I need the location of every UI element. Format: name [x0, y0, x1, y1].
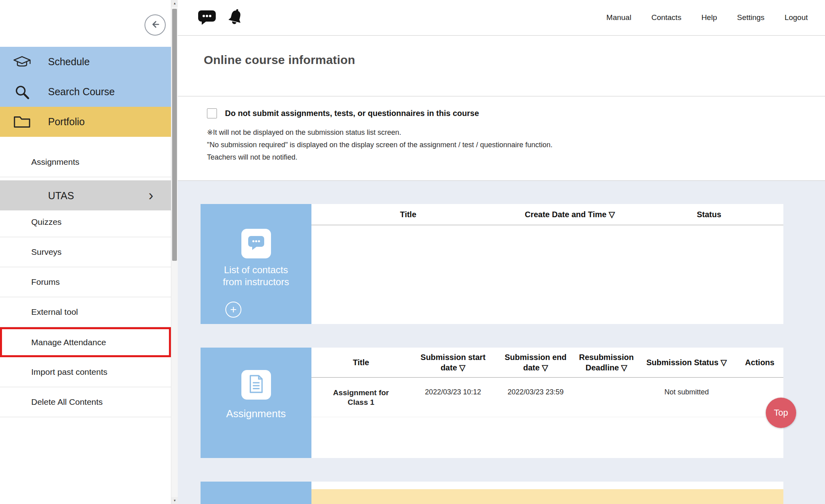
contacts-table-header-row: Title Create Date and Time ▽ Status [311, 204, 783, 225]
assignment-row: Assignment for Class 1 2022/03/23 10:12 … [311, 378, 783, 417]
assignment-title[interactable]: Assignment for Class 1 [311, 378, 411, 417]
sidebar-item-label: UTAS [48, 190, 74, 202]
topbar-icons [198, 8, 243, 27]
column-title: Title [311, 204, 505, 225]
scroll-to-top-button[interactable]: Top [766, 398, 796, 428]
sidebar-item-label: Search Course [48, 86, 115, 98]
assignment-start-date: 2022/03/23 10:12 [411, 378, 496, 417]
sidebar-item-schedule[interactable]: Schedule [0, 47, 171, 77]
folder-icon [12, 115, 32, 129]
sidebar-scrollbar[interactable]: ▲ ▼ [171, 0, 178, 504]
contacts-tile [241, 229, 271, 258]
sidebar-item-manage-attendance[interactable]: Manage Attendance [0, 327, 171, 357]
assignments-panel-label: Assignments [226, 408, 286, 420]
contacts-panel-label: List of contacts from instructors [214, 264, 298, 288]
back-arrow-icon [150, 19, 161, 31]
column-submission-status-sort[interactable]: Submission Status ▽ [637, 348, 736, 378]
main-topbar: Manual Contacts Help Settings Logout [178, 0, 825, 36]
contacts-card-panel: List of contacts from instructors + [201, 204, 311, 324]
sidebar-item-label: Portfolio [48, 116, 85, 128]
nav-help[interactable]: Help [701, 13, 717, 22]
notes: ※It will not be displayed on the submiss… [207, 126, 825, 164]
column-submission-start-sort[interactable]: Submission start date ▽ [411, 348, 496, 378]
top-navigation: Manual Contacts Help Settings Logout [606, 13, 808, 22]
sidebar: Schedule Search Course [0, 0, 178, 504]
scroll-down-icon[interactable]: ▼ [171, 497, 178, 504]
main-area: Manual Contacts Help Settings Logout Onl… [178, 0, 825, 504]
highlighted-row [311, 489, 783, 504]
assignment-end-date: 2022/03/23 23:59 [496, 378, 576, 417]
assignments-table-body: Assignment for Class 1 2022/03/23 10:12 … [311, 378, 783, 417]
checkbox-row: Do not submit assignments, tests, or que… [207, 108, 825, 118]
title-block: Online course information [178, 36, 825, 96]
note-line-3: Teachers will not be notified. [207, 151, 825, 164]
plus-icon: + [230, 303, 237, 316]
add-contact-button[interactable]: + [225, 302, 241, 318]
column-resubmission-deadline-sort[interactable]: Resubmission Deadline ▽ [576, 348, 637, 378]
next-card-partial [201, 482, 783, 504]
sidebar-content: Schedule Search Course [0, 0, 171, 504]
graduation-cap-icon [12, 55, 32, 69]
nav-logout[interactable]: Logout [785, 13, 808, 22]
sidebar-item-delete-all-contents[interactable]: Delete All Contents [0, 387, 171, 417]
assignments-table-header-row: Title Submission start date ▽ Submission… [311, 348, 783, 378]
nav-contacts[interactable]: Contacts [651, 13, 681, 22]
sidebar-item-search-course[interactable]: Search Course [0, 77, 171, 107]
sidebar-item-surveys[interactable]: Surveys [0, 237, 171, 267]
document-icon [249, 375, 264, 395]
sidebar-collapse-button[interactable] [145, 14, 166, 36]
assignment-resubmission [576, 378, 637, 417]
note-line-2: "No submission required" is displayed on… [207, 139, 825, 151]
contacts-card: List of contacts from instructors + Titl… [201, 204, 783, 324]
next-card-panel [201, 482, 311, 504]
sidebar-item-utas[interactable]: UTAS › [0, 180, 171, 210]
sidebar-gap [0, 137, 171, 147]
sidebar-header [0, 0, 171, 47]
page-title: Online course information [204, 53, 825, 67]
nav-settings[interactable]: Settings [737, 13, 765, 22]
sidebar-item-label: Schedule [48, 56, 90, 68]
assignments-table: Title Submission start date ▽ Submission… [311, 348, 783, 458]
scrollbar-thumb[interactable] [172, 9, 177, 261]
assignments-card: Assignments Title Submission start date … [201, 348, 783, 458]
column-status: Status [635, 204, 783, 225]
sidebar-item-import-past-contents[interactable]: Import past contents [0, 357, 171, 387]
no-submission-checkbox[interactable] [207, 108, 217, 118]
nav-manual[interactable]: Manual [606, 13, 631, 22]
column-submission-end-sort[interactable]: Submission end date ▽ [496, 348, 576, 378]
next-card-header-strip [311, 482, 783, 489]
sidebar-item-assignments[interactable]: Assignments [0, 147, 171, 177]
note-line-1: ※It will not be displayed on the submiss… [207, 126, 825, 139]
cards-area: List of contacts from instructors + Titl… [178, 180, 825, 504]
sidebar-item-portfolio[interactable]: Portfolio [0, 107, 171, 137]
lms-app: Schedule Search Course [0, 0, 825, 504]
next-card-table [311, 482, 783, 504]
chevron-right-icon: › [149, 188, 153, 203]
scroll-up-icon[interactable]: ▲ [171, 0, 178, 7]
assignments-card-panel: Assignments [201, 348, 311, 458]
sidebar-item-quizzes[interactable]: Quizzes [0, 207, 171, 237]
magnifier-icon [12, 84, 32, 100]
column-create-date-sort[interactable]: Create Date and Time ▽ [505, 204, 634, 225]
messages-icon[interactable] [198, 10, 216, 26]
notification-bell-icon[interactable] [227, 8, 243, 27]
assignment-status: Not submitted [637, 378, 736, 417]
sidebar-item-external-tool[interactable]: External tool [0, 297, 171, 327]
sidebar-item-forums[interactable]: Forums [0, 267, 171, 297]
chat-bubble-icon [247, 235, 265, 252]
submission-options: Do not submit assignments, tests, or que… [178, 96, 825, 180]
column-title: Title [311, 348, 411, 378]
sidebar-nav: Schedule Search Course [0, 47, 171, 417]
no-submission-checkbox-label[interactable]: Do not submit assignments, tests, or que… [225, 109, 479, 118]
contacts-table: Title Create Date and Time ▽ Status [311, 204, 783, 324]
assignments-tile [241, 370, 271, 400]
column-actions: Actions [736, 348, 783, 378]
